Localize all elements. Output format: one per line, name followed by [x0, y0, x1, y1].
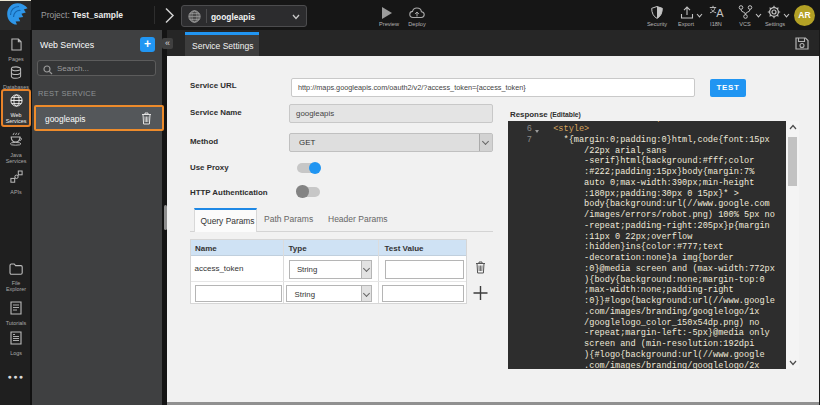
svg-text:A: A	[716, 7, 724, 19]
